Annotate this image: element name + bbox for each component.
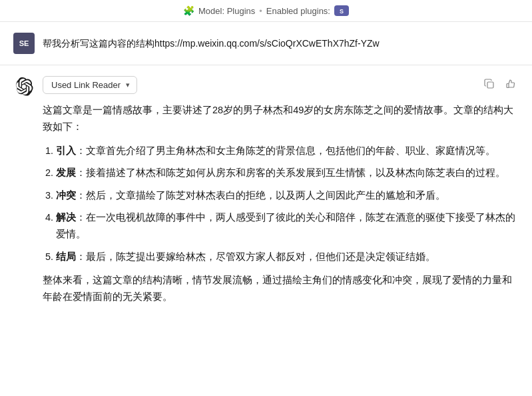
item-4-text: ：在一次电视机故障的事件中，两人感受到了彼此的关心和陪伴，陈芝在酒意的驱使下接受… <box>56 212 515 239</box>
plugin-used-label: Used Link Reader <box>51 80 121 90</box>
enabled-label: Enabled plugins: <box>266 6 330 16</box>
user-message-row: SE 帮我分析写这篇内容的结构https://mp.weixin.qq.com/… <box>0 22 532 65</box>
assistant-content: Used Link Reader ▾ <box>43 76 519 313</box>
item-3-bold: 冲突 <box>56 190 76 201</box>
user-avatar: SE <box>13 33 35 54</box>
list-item: 结局：最后，陈芝提出要嫁给林杰，尽管双方家人都反对，但他们还是决定领证结婚。 <box>56 249 519 265</box>
puzzle-icon: 🧩 <box>183 5 194 16</box>
model-label: Model: Plugins <box>198 6 255 16</box>
assistant-avatar <box>13 76 35 97</box>
assistant-top-row: Used Link Reader ▾ <box>43 76 519 94</box>
list-item: 解决：在一次电视机故障的事件中，两人感受到了彼此的关心和陪伴，陈芝在酒意的驱使下… <box>56 209 519 243</box>
item-5-text: ：最后，陈芝提出要嫁给林杰，尽管双方家人都反对，但他们还是决定领证结婚。 <box>76 251 435 262</box>
svg-text:S: S <box>340 8 344 15</box>
conclusion-text: 整体来看，这篇文章的结构清晰，情节发展流畅，通过描绘主角们的情感变化和冲突，展现… <box>43 272 519 306</box>
thumb-up-button[interactable] <box>503 77 519 93</box>
plugin-badge: S <box>334 5 349 16</box>
user-message-text: 帮我分析写这篇内容的结构https://mp.weixin.qq.com/s/s… <box>43 33 380 51</box>
main-content: SE 帮我分析写这篇内容的结构https://mp.weixin.qq.com/… <box>0 22 532 393</box>
item-3-text: ：然后，文章描绘了陈芝对林杰表白的拒绝，以及两人之间因此产生的尴尬和矛盾。 <box>76 190 445 201</box>
plugin-used-pill[interactable]: Used Link Reader ▾ <box>43 76 137 94</box>
item-4-bold: 解决 <box>56 212 76 223</box>
list-item: 冲突：然后，文章描绘了陈芝对林杰表白的拒绝，以及两人之间因此产生的尴尬和矛盾。 <box>56 187 519 204</box>
svg-rect-2 <box>487 82 493 88</box>
list-item: 引入：文章首先介绍了男主角林杰和女主角陈芝的背景信息，包括他们的年龄、职业、家庭… <box>56 143 519 159</box>
item-1-text: ：文章首先介绍了男主角林杰和女主角陈芝的背景信息，包括他们的年龄、职业、家庭情况… <box>76 145 495 156</box>
assistant-message-row: Used Link Reader ▾ <box>0 65 532 323</box>
copy-button[interactable] <box>481 77 497 93</box>
action-icons <box>481 76 519 93</box>
chevron-down-icon: ▾ <box>126 81 130 89</box>
list-item: 发展：接着描述了林杰和陈芝如何从房东和房客的关系发展到互生情愫，以及林杰向陈芝表… <box>56 165 519 181</box>
response-body: 这篇文章是一篇情感故事，主要讲述了28岁的男子林杰和49岁的女房东陈芝之间的爱情… <box>43 102 519 313</box>
item-1-bold: 引入 <box>56 145 76 156</box>
item-2-bold: 发展 <box>56 167 76 178</box>
top-bar: 🧩 Model: Plugins • Enabled plugins: S <box>0 0 532 22</box>
intro-text: 这篇文章是一篇情感故事，主要讲述了28岁的男子林杰和49岁的女房东陈芝之间的爱情… <box>43 102 519 136</box>
structure-list: 引入：文章首先介绍了男主角林杰和女主角陈芝的背景信息，包括他们的年龄、职业、家庭… <box>43 143 519 265</box>
separator: • <box>259 6 262 16</box>
item-5-bold: 结局 <box>56 251 76 262</box>
item-2-text: ：接着描述了林杰和陈芝如何从房东和房客的关系发展到互生情愫，以及林杰向陈芝表白的… <box>76 167 505 178</box>
